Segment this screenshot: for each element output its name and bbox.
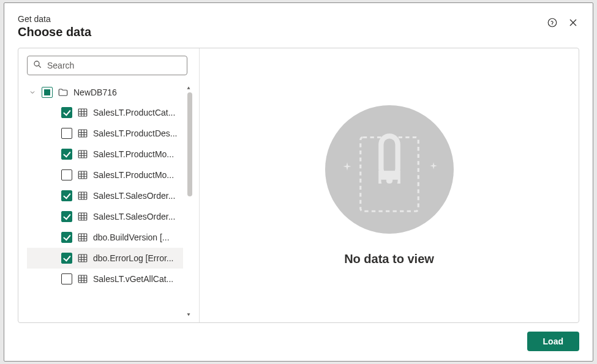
table-icon [77,128,88,139]
table-row[interactable]: SalesLT.SalesOrder... [27,185,183,206]
svg-rect-5 [78,150,87,158]
database-node[interactable]: NewDB716 [27,83,183,102]
search-input[interactable] [47,61,182,70]
folder-icon [58,87,69,98]
object-tree: NewDB716 SalesLT.ProductCat...SalesLT.Pr… [27,83,193,320]
table-checkbox[interactable] [61,190,72,201]
table-label: dbo.ErrorLog [Error... [93,253,174,263]
empty-message: No data to view [344,252,434,266]
table-checkbox[interactable] [61,211,72,222]
preview-panel: No data to view [200,48,579,322]
scroll-track[interactable] [187,92,192,310]
table-label: SalesLT.SalesOrder... [93,191,175,201]
svg-point-1 [552,24,552,25]
sparkle-icon [342,162,352,174]
chevron-down-icon[interactable] [28,89,37,96]
scroll-thumb[interactable] [187,92,192,196]
empty-illustration [325,105,454,234]
table-row[interactable]: SalesLT.ProductMo... [27,165,183,185]
table-icon [77,232,88,243]
table-label: SalesLT.ProductDes... [93,128,177,138]
navigator-panel: NewDB716 SalesLT.ProductCat...SalesLT.Pr… [18,48,200,322]
header-icons [546,17,579,29]
table-icon [77,149,88,160]
modal-title: Choose data [18,25,91,39]
table-checkbox[interactable] [61,253,72,264]
table-checkbox[interactable] [61,273,72,284]
table-checkbox[interactable] [61,169,72,180]
choose-data-modal: Get data Choose data [4,2,593,362]
table-row[interactable]: SalesLT.ProductDes... [27,123,183,144]
table-label: SalesLT.SalesOrder... [93,212,175,221]
table-icon [77,190,88,201]
sparkle-icon [429,162,438,173]
close-icon[interactable] [567,17,579,29]
table-row[interactable]: SalesLT.ProductCat... [27,102,183,123]
svg-rect-6 [78,171,87,179]
svg-rect-10 [78,254,87,262]
modal-body: NewDB716 SalesLT.ProductCat...SalesLT.Pr… [18,48,579,323]
table-icon [77,253,88,264]
svg-rect-11 [78,275,87,283]
search-box[interactable] [27,56,187,75]
svg-rect-8 [78,213,87,220]
svg-point-0 [548,18,557,27]
table-checkbox[interactable] [61,232,72,243]
table-row[interactable]: SalesLT.vGetAllCat... [27,269,183,289]
modal-header: Get data Choose data [18,14,579,39]
svg-rect-7 [78,192,87,199]
database-label: NewDB716 [73,87,117,97]
table-label: dbo.BuildVersion [... [93,232,170,242]
table-row[interactable]: SalesLT.ProductMo... [27,144,183,165]
table-icon [77,211,88,222]
svg-point-2 [34,61,39,66]
svg-rect-14 [383,138,395,174]
table-row[interactable]: SalesLT.SalesOrder... [27,206,183,227]
table-checkbox[interactable] [61,107,72,118]
table-checkbox[interactable] [61,128,72,139]
help-icon[interactable] [546,17,558,29]
svg-rect-9 [78,234,87,241]
svg-rect-4 [78,130,87,137]
tree-inner: NewDB716 SalesLT.ProductCat...SalesLT.Pr… [27,83,193,289]
title-block: Get data Choose data [18,14,91,39]
table-label: SalesLT.ProductMo... [93,149,174,159]
scroll-down-icon[interactable] [186,309,193,320]
table-label: SalesLT.vGetAllCat... [93,274,173,284]
scrollbar[interactable] [186,83,193,320]
table-label: SalesLT.ProductMo... [93,170,174,180]
table-row[interactable]: dbo.ErrorLog [Error... [27,248,183,269]
modal-subtitle: Get data [18,14,91,24]
table-icon [77,107,88,118]
table-label: SalesLT.ProductCat... [93,108,175,117]
table-checkbox[interactable] [61,149,72,160]
modal-footer: Load [18,323,579,351]
table-row[interactable]: dbo.BuildVersion [... [27,227,183,248]
search-icon [32,59,42,72]
table-icon [77,273,88,284]
database-checkbox[interactable] [42,87,53,98]
load-button[interactable]: Load [527,332,579,351]
table-icon [77,169,88,180]
table-list: SalesLT.ProductCat...SalesLT.ProductDes.… [27,102,183,289]
svg-rect-3 [78,109,87,116]
